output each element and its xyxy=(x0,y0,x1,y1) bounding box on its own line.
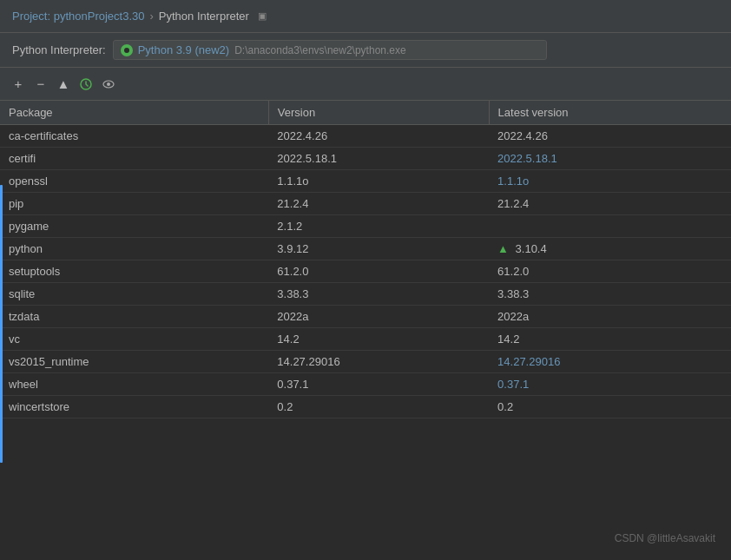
latest-version-cell: 2022a xyxy=(489,306,731,328)
left-accent xyxy=(0,185,3,463)
packages-table-container: Package Version Latest version ca-certif… xyxy=(0,101,731,560)
table-row[interactable]: wincertstore0.20.2 xyxy=(0,396,731,418)
upgrade-package-button[interactable]: ▲ xyxy=(54,75,73,94)
packages-toolbar: + − ▲ xyxy=(0,68,731,101)
table-header-row: Package Version Latest version xyxy=(0,101,731,125)
latest-version-cell: 0.37.1 xyxy=(489,373,731,396)
version-cell: 2.1.2 xyxy=(268,215,489,238)
package-cell: ca-certificates xyxy=(0,125,268,148)
package-cell: vc xyxy=(0,328,268,351)
status-indicator xyxy=(121,44,133,56)
latest-version-cell: 14.2 xyxy=(489,328,731,351)
table-row[interactable]: setuptools61.2.061.2.0 xyxy=(0,260,731,283)
package-cell: wheel xyxy=(0,373,268,396)
table-row[interactable]: pygame2.1.2 xyxy=(0,215,731,238)
breadcrumb-separator: › xyxy=(149,10,153,23)
version-cell: 2022.4.26 xyxy=(268,125,489,148)
package-cell: python xyxy=(0,238,268,260)
latest-version-cell: ▲ 3.10.4 xyxy=(489,238,731,260)
package-cell: wincertstore xyxy=(0,396,268,418)
package-cell: vs2015_runtime xyxy=(0,351,268,373)
project-name[interactable]: Project: pythonProject3.30 xyxy=(12,10,144,23)
svg-point-2 xyxy=(107,82,110,86)
packages-table: Package Version Latest version ca-certif… xyxy=(0,101,731,418)
version-cell: 3.38.3 xyxy=(268,283,489,306)
remove-package-button[interactable]: − xyxy=(31,75,50,94)
table-row[interactable]: tzdata2022a2022a xyxy=(0,306,731,328)
refresh-button[interactable] xyxy=(76,75,95,94)
table-row[interactable]: openssl1.1.1o1.1.1o xyxy=(0,170,731,193)
package-cell: setuptools xyxy=(0,260,268,283)
version-cell: 61.2.0 xyxy=(268,260,489,283)
version-cell: 14.2 xyxy=(268,328,489,351)
table-row[interactable]: ca-certificates2022.4.262022.4.26 xyxy=(0,125,731,148)
latest-version-cell: 2022.5.18.1 xyxy=(489,148,731,170)
table-row[interactable]: certifi2022.5.18.12022.5.18.1 xyxy=(0,148,731,170)
version-cell: 21.2.4 xyxy=(268,193,489,215)
package-cell: certifi xyxy=(0,148,268,170)
table-row[interactable]: vs2015_runtime14.27.2901614.27.29016 xyxy=(0,351,731,373)
interpreter-name: Python 3.9 (new2) xyxy=(138,43,230,56)
latest-version-cell: 3.38.3 xyxy=(489,283,731,306)
version-cell: 0.37.1 xyxy=(268,373,489,396)
main-content: + − ▲ Package Version xyxy=(0,68,731,560)
table-row[interactable]: vc14.214.2 xyxy=(0,328,731,351)
package-cell: pip xyxy=(0,193,268,215)
package-cell: pygame xyxy=(0,215,268,238)
package-cell: openssl xyxy=(0,170,268,193)
watermark: CSDN @littleAsavakit xyxy=(615,532,715,544)
latest-version-cell: 0.2 xyxy=(489,396,731,418)
latest-version-cell: 61.2.0 xyxy=(489,260,731,283)
package-cell: tzdata xyxy=(0,306,268,328)
add-package-button[interactable]: + xyxy=(9,75,28,94)
table-row[interactable]: wheel0.37.10.37.1 xyxy=(0,373,731,396)
interpreter-path: D:\anaconda3\envs\new2\python.exe xyxy=(234,44,405,56)
page-title: Python Interpreter xyxy=(159,10,249,23)
column-header-package: Package xyxy=(0,101,268,125)
table-row[interactable]: pip21.2.421.2.4 xyxy=(0,193,731,215)
interpreter-label: Python Interpreter: xyxy=(12,43,106,56)
version-cell: 3.9.12 xyxy=(268,238,489,260)
interpreter-selector[interactable]: Python 3.9 (new2) D:\anaconda3\envs\new2… xyxy=(113,40,547,60)
column-header-version: Version xyxy=(268,101,489,125)
version-cell: 14.27.29016 xyxy=(268,351,489,373)
eye-button[interactable] xyxy=(99,75,118,94)
latest-version-cell: 14.27.29016 xyxy=(489,351,731,373)
tab-icon: ▣ xyxy=(258,10,267,22)
latest-version-cell: 2022.4.26 xyxy=(489,125,731,148)
table-row[interactable]: sqlite3.38.33.38.3 xyxy=(0,283,731,306)
version-cell: 2022a xyxy=(268,306,489,328)
latest-version-cell xyxy=(489,215,731,238)
column-header-latest: Latest version xyxy=(489,101,731,125)
latest-version-cell: 1.1.1o xyxy=(489,170,731,193)
package-cell: sqlite xyxy=(0,283,268,306)
table-row[interactable]: python3.9.12▲ 3.10.4 xyxy=(0,238,731,260)
version-cell: 2022.5.18.1 xyxy=(268,148,489,170)
interpreter-bar: Python Interpreter: Python 3.9 (new2) D:… xyxy=(0,33,731,68)
version-cell: 1.1.1o xyxy=(268,170,489,193)
latest-version-cell: 21.2.4 xyxy=(489,193,731,215)
title-bar: Project: pythonProject3.30 › Python Inte… xyxy=(0,0,731,33)
version-cell: 0.2 xyxy=(268,396,489,418)
